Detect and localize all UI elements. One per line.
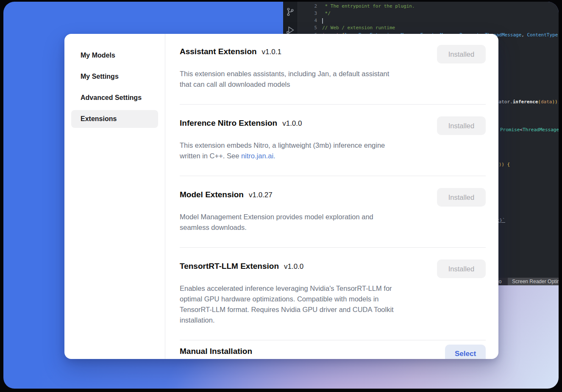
extension-version: v1.0.0 [284,262,303,271]
code-fragment: rator.inference(data)); [496,99,559,105]
extension-description: Model Management Extension provides mode… [180,212,430,233]
extension-name: Inference Nitro Extension [180,119,277,127]
extension-version: v1.0.27 [249,191,273,199]
sidebar-item-advanced-settings[interactable]: Advanced Settings [71,89,158,107]
run-and-debug-icon[interactable] [286,25,295,35]
extension-description: Enables accelerated inference leveraging… [180,283,430,326]
extension-name: Assistant Extension [180,47,257,56]
settings-sidebar: My Models My Settings Advanced Settings … [64,34,165,359]
extension-description-text: This extension embeds Nitro, a lightweig… [180,141,385,160]
nitro-jan-ai-link[interactable]: nitro.jan.ai. [241,152,275,160]
installed-button[interactable]: Installed [437,116,486,135]
settings-window: My Models My Settings Advanced Settings … [64,34,498,359]
source-control-icon[interactable] [286,7,295,17]
extension-description: This extension enables assistants, inclu… [180,69,430,90]
installed-button[interactable]: Installed [437,45,486,63]
extension-row-inference-nitro: Inference Nitro Extensionv1.0.0 Installe… [180,105,486,176]
extension-version: v1.0.1 [262,48,281,56]
extension-row-model: Model Extensionv1.0.27 Installed Model M… [180,176,486,248]
sidebar-item-extensions[interactable]: Extensions [71,110,158,128]
extension-row-tensorrt-llm: TensortRT-LLM Extensionv1.0.0 Installed … [180,248,486,340]
sidebar-item-my-settings[interactable]: My Settings [71,68,158,86]
installed-button[interactable]: Installed [437,259,486,278]
manual-installation-title: Manual Installation [180,347,252,356]
desktop-background: 2 * The entrypoint for the plugin.3 */45… [3,2,559,389]
sidebar-item-my-models[interactable]: My Models [71,47,158,64]
select-button[interactable]: Select [445,345,486,359]
extension-version: v1.0.0 [282,119,302,127]
extension-row-assistant: Assistant Extensionv1.0.1 Installed This… [180,46,486,105]
installed-button[interactable]: Installed [437,188,486,207]
screen-reader-status-item[interactable]: Screen Reader Optimized [508,278,559,285]
manual-installation-row: Manual Installation Select Select an ext… [180,340,486,359]
code-lines: 2 * The entrypoint for the plugin.3 */45… [298,3,559,39]
extensions-panel: Assistant Extensionv1.0.1 Installed This… [165,34,498,359]
code-fragment: Promise<ThreadMessage> [500,127,559,133]
extension-name: TensortRT-LLM Extension [180,262,279,271]
extension-description: This extension embeds Nitro, a lightweig… [180,140,430,161]
extension-name: Model Extension [180,190,244,199]
